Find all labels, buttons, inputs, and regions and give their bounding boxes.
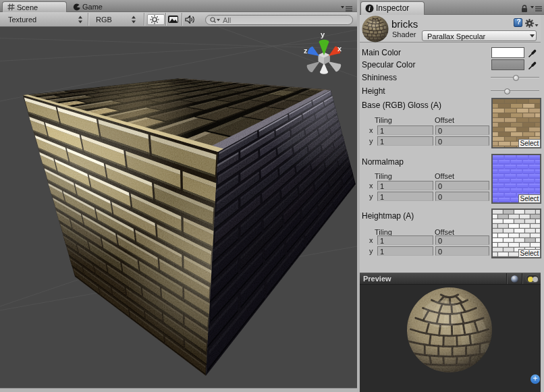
svg-text:y: y — [321, 30, 325, 38]
svg-text:x: x — [337, 45, 342, 53]
svg-text:z: z — [304, 47, 308, 55]
svg-text:i: i — [369, 5, 371, 12]
